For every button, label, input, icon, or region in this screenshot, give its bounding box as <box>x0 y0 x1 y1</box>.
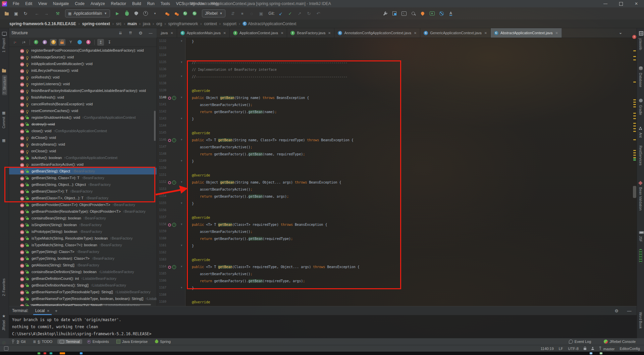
taskbar-app-icon[interactable] <box>600 352 602 354</box>
breadcrumb-item[interactable]: spring-framework-5.2.16.RELEASE <box>9 21 76 26</box>
warning-stripe-mark[interactable] <box>633 99 636 100</box>
structure-item[interactable]: mgetAliases(String): String[]↑BeanFactor… <box>9 262 157 268</box>
gradle-icon[interactable] <box>639 98 643 104</box>
breadcrumb-item[interactable]: C AbstractApplicationContext <box>243 21 296 26</box>
overrides-method-icon[interactable]: ↑ <box>172 223 176 227</box>
menu-refactor[interactable]: Refactor <box>108 1 129 7</box>
wrench-icon[interactable] <box>381 9 389 17</box>
find-dim-icon[interactable]: ◌ <box>248 9 256 17</box>
structure-item[interactable]: mcontainsBean(String): boolean↑BeanFacto… <box>9 215 157 221</box>
collapse-all-icon[interactable]: ⇈ <box>127 30 134 36</box>
forward-icon[interactable]: → <box>42 9 50 17</box>
terminal-tab-local[interactable]: Local ✕ <box>33 306 52 315</box>
git-push-dim-icon[interactable]: ↗ <box>296 9 304 17</box>
memory-pill-icon[interactable] <box>639 249 642 264</box>
terminal-tab-close-icon[interactable]: ✕ <box>47 309 49 313</box>
structure-item[interactable]: misSingleton(String): boolean↑BeanFactor… <box>9 221 157 228</box>
fold-marker-icon[interactable]: ▾ <box>181 180 182 184</box>
structure-item[interactable]: minitLifecycleProcessor(): void <box>9 67 157 74</box>
warning-stripe-mark[interactable] <box>633 104 636 105</box>
structure-item[interactable]: minitApplicationEventMulticaster(): void <box>9 60 157 67</box>
warning-stripe-mark[interactable] <box>633 157 636 158</box>
warning-stripe-mark[interactable] <box>633 106 636 107</box>
back-icon[interactable]: ← <box>33 9 41 17</box>
structure-item[interactable]: misActive(): boolean↑ConfigurableApplica… <box>9 154 157 161</box>
editor-error-stripe[interactable]: ! <box>633 38 637 306</box>
file-encoding[interactable]: UTF-8 <box>568 347 579 351</box>
open-icon[interactable] <box>3 9 11 17</box>
sort-alpha-icon[interactable]: ↓a <box>20 39 27 46</box>
commit-icon[interactable]: ▦ <box>2 137 5 143</box>
breadcrumb-item[interactable]: main <box>127 21 137 26</box>
tab-close-icon[interactable]: ✕ <box>170 31 173 35</box>
overrides-method-icon[interactable]: ↑ <box>172 265 176 269</box>
tab-close-icon[interactable]: ✕ <box>281 31 283 35</box>
jsf-badge-icon[interactable]: JSF <box>639 229 644 235</box>
warning-stripe-mark[interactable] <box>633 82 636 83</box>
tab-close-icon[interactable]: ✕ <box>555 31 558 35</box>
breadcrumb-item[interactable]: org <box>156 21 162 26</box>
group-methods-icon[interactable]: Y <box>67 39 74 46</box>
sidebar-item-1-project[interactable]: 1: Project <box>2 38 6 52</box>
profiler-icon[interactable] <box>142 9 150 17</box>
structure-item[interactable]: mgetBean(String, Class<T>): T↑BeanFactor… <box>9 174 157 181</box>
structure-item[interactable]: mgetBeanProvider(Class<T>): ObjectProvid… <box>9 201 157 208</box>
run-icon[interactable]: ▶ <box>113 9 121 17</box>
warning-stripe-mark[interactable] <box>633 139 636 140</box>
terminal-box-icon[interactable]: ›_ <box>400 9 408 17</box>
structure-item[interactable]: monRefresh(): void <box>9 74 157 81</box>
toolwindow-button-terminal[interactable]: ›_Terminal <box>57 339 82 344</box>
stop-dim-icon[interactable]: ■ <box>238 9 246 17</box>
structure-item[interactable]: mgetBean(String): Object↑BeanFactory <box>9 168 157 174</box>
maximize-button[interactable] <box>613 0 629 7</box>
menu-run[interactable]: Run <box>144 1 158 7</box>
flame-icon[interactable] <box>419 9 427 17</box>
editor-tab-AnnotationConfigApplicationContext-java[interactable]: CAnnotationConfigApplicationContext.java… <box>334 28 420 38</box>
star-icon[interactable]: ★ <box>2 313 6 319</box>
fold-marker-icon[interactable]: ▾ <box>181 286 182 289</box>
lock-icon[interactable] <box>584 347 586 351</box>
warning-stripe-mark[interactable] <box>633 115 636 116</box>
jrebel-run-icon[interactable]: ↻ <box>181 9 189 17</box>
highlighting-level-icon[interactable] <box>591 347 594 351</box>
warning-stripe-mark[interactable] <box>633 128 636 129</box>
sidebar-item-7-structure[interactable]: 7: Structure <box>2 75 7 95</box>
sync-icon[interactable]: ↻ <box>21 9 30 17</box>
structure-item[interactable]: mgetBean(Class<T>): T↑BeanFactory <box>9 188 157 195</box>
tab-close-icon[interactable]: ✕ <box>484 31 487 35</box>
structure-item[interactable]: mdoClose(): void <box>9 134 157 141</box>
structure-item[interactable]: mresetCommonCaches(): void <box>9 107 157 114</box>
taskbar-app-icon[interactable] <box>60 352 65 354</box>
structure-item[interactable]: misTypeMatch(String, Class<?>): boolean↑… <box>9 242 157 248</box>
menu-analyze[interactable]: Analyze <box>88 1 108 7</box>
menu-file[interactable]: File <box>10 1 22 7</box>
combo-run-config[interactable]: ▦ApplicationMain▼ <box>65 9 110 17</box>
structure-item[interactable]: mdestroy(): void <box>9 121 157 128</box>
gear-icon[interactable]: ⚙ <box>137 30 144 36</box>
fold-marker-icon[interactable]: ▾ <box>181 265 182 268</box>
info-stripe-mark[interactable] <box>633 160 636 161</box>
git-commit-icon[interactable]: ✓ <box>286 9 294 17</box>
editor-tab-BeanFactory-java[interactable]: IBeanFactory.java✕ <box>287 28 334 38</box>
fold-marker-icon[interactable]: ▾ <box>181 244 182 247</box>
menu-tools[interactable]: Tools <box>158 1 173 7</box>
scroll-to-source-icon[interactable]: ↧ <box>106 39 113 46</box>
combo-jrebel-combo[interactable]: JRebel▼ <box>202 9 225 17</box>
menu-code[interactable]: Code <box>72 1 88 7</box>
fold-marker-icon[interactable]: ▾ <box>181 96 182 99</box>
warning-stripe-mark[interactable] <box>633 125 636 126</box>
modules-icon[interactable] <box>390 9 398 17</box>
sidebar-item-ant[interactable]: Ant <box>639 133 642 138</box>
sidebar-item-2-favorites[interactable]: 2: Favorites <box>2 278 6 296</box>
jrebel-debug-icon[interactable]: ↻ <box>191 9 199 17</box>
tab-close-icon[interactable]: ✕ <box>414 31 417 35</box>
sidebar-item-gradle[interactable]: Gradle <box>639 105 642 115</box>
editorconfig-status[interactable]: EditorConfig <box>620 347 640 351</box>
structure-item[interactable]: mgetBean(String, Object...): Object↑Bean… <box>9 181 157 188</box>
overrides-method-icon[interactable]: ↑ <box>172 96 176 100</box>
tab-close-icon[interactable]: ✕ <box>328 31 331 35</box>
menu-build[interactable]: Build <box>129 1 144 7</box>
breadcrumb-item[interactable]: context <box>204 21 217 26</box>
screen-record-icon[interactable] <box>428 9 436 17</box>
hidden-tabs-chevron-icon[interactable]: ⌄ <box>619 30 633 35</box>
